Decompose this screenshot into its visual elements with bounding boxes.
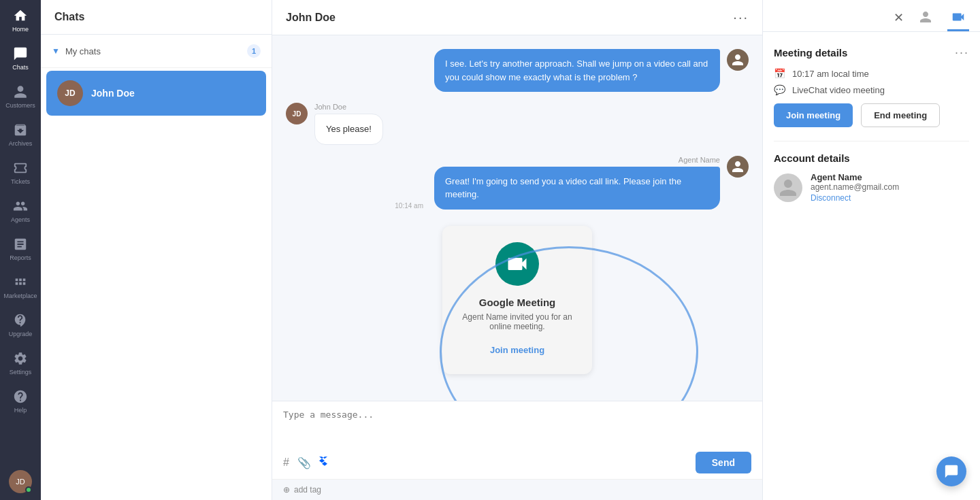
calendar-icon: 📅 (774, 68, 785, 79)
chats-panel: Chats ▼ My chats 1 JD John Doe (41, 0, 272, 500)
join-meeting-button[interactable]: Join meeting (774, 103, 853, 127)
meeting-section-header: Meeting details ··· (774, 46, 969, 60)
tab-person-icon[interactable] (915, 10, 936, 31)
dropbox-icon[interactable] (319, 456, 330, 469)
message-bubble-1: I see. Let's try another approach. Shall… (434, 49, 720, 92)
tab-video-icon[interactable] (947, 10, 969, 31)
chat-support-bubble[interactable] (936, 456, 966, 486)
meet-card: Google Meeting Agent Name invited you fo… (442, 226, 592, 374)
chat-header: John Doe ··· (272, 0, 762, 35)
toolbar-icons: # 📎 (283, 456, 330, 469)
sidebar-label-tickets: Tickets (11, 178, 30, 185)
meeting-details-section: Meeting details ··· 📅 10:17 am local tim… (774, 46, 969, 127)
account-agent-avatar (774, 173, 802, 202)
sidebar-label-marketplace: Marketplace (3, 293, 37, 299)
sidebar-item-reports[interactable]: Reports (0, 229, 41, 267)
message-bubble-3: Great! I'm going to send you a video cal… (434, 167, 720, 210)
account-info: Agent Name agent.name@gmail.com Disconne… (811, 172, 899, 203)
account-section-title: Account details (774, 152, 850, 164)
user-avatar-msg: JD (286, 103, 308, 124)
add-tag-row[interactable]: ⊕ add tag (272, 479, 762, 500)
account-section-header: Account details (774, 152, 969, 164)
right-panel: ✕ Meeting details ··· 📅 10:17 am local t… (762, 0, 980, 500)
meeting-type: LiveChat video meeting (792, 85, 885, 95)
right-panel-tabs: ✕ (763, 0, 980, 32)
chat-header-more-button[interactable]: ··· (733, 10, 749, 25)
arrow-icon: ▼ (52, 46, 60, 56)
meeting-time: 10:17 am local time (792, 69, 869, 79)
meeting-actions: Join meeting End meeting (774, 103, 969, 127)
user-msg-label: John Doe (314, 103, 346, 111)
chat-input-area: # 📎 Send (272, 401, 762, 479)
chat-avatar-jd: JD (57, 80, 83, 106)
message-row-2: JD John Doe Yes please! (286, 103, 749, 145)
account-agent-name: Agent Name (811, 172, 899, 182)
sidebar-label-upgrade: Upgrade (9, 331, 33, 337)
right-panel-body: Meeting details ··· 📅 10:17 am local tim… (763, 32, 980, 500)
my-chats-label: My chats (65, 46, 101, 56)
sidebar-label-archives: Archives (9, 140, 33, 147)
chats-panel-title: Chats (41, 0, 272, 35)
account-row: Agent Name agent.name@gmail.com Disconne… (774, 172, 969, 203)
my-chats-row[interactable]: ▼ My chats 1 (41, 35, 272, 68)
sidebar-item-chats[interactable]: Chats (0, 38, 41, 76)
sidebar-item-settings[interactable]: Settings (0, 343, 41, 381)
agent-msg-label-2: Agent Name (679, 156, 720, 164)
chat-input-toolbar: # 📎 Send (283, 446, 751, 473)
close-panel-button[interactable]: ✕ (894, 10, 904, 31)
meet-card-title: Google Meeting (479, 297, 556, 308)
sidebar-label-customers: Customers (5, 102, 35, 109)
sidebar-item-customers[interactable]: Customers (0, 76, 41, 114)
add-tag-label: add tag (294, 485, 321, 495)
hashtag-icon[interactable]: # (283, 456, 289, 469)
sidebar-item-upgrade[interactable]: Upgrade (0, 305, 41, 343)
sidebar-item-marketplace[interactable]: Marketplace (0, 267, 41, 305)
end-meeting-button[interactable]: End meeting (861, 103, 940, 127)
sidebar-item-agents[interactable]: Agents (0, 190, 41, 229)
message-row-3: Agent Name 10:14 am Great! I'm going to … (286, 156, 749, 210)
sidebar-item-tickets[interactable]: Tickets (0, 152, 41, 190)
attachment-icon[interactable]: 📎 (297, 456, 311, 469)
account-details-section: Account details Agent Name agent.name@gm… (774, 141, 969, 203)
meeting-section-title: Meeting details (774, 47, 847, 59)
sidebar-label-reports: Reports (10, 254, 31, 261)
message-bubble-2: Yes please! (314, 114, 383, 145)
sidebar-label-home: Home (12, 26, 29, 33)
sidebar-label-agents: Agents (11, 216, 30, 223)
sidebar-item-archives[interactable]: Archives (0, 114, 41, 152)
meeting-section-more-button[interactable]: ··· (955, 46, 969, 60)
sidebar-item-home[interactable]: Home (0, 0, 41, 38)
agent-avatar-1 (727, 49, 749, 71)
sidebar-item-help[interactable]: Help (0, 381, 41, 419)
add-icon: ⊕ (283, 485, 290, 495)
chat-header-title: John Doe (286, 12, 336, 24)
main-chat: John Doe ··· I see. Let's try another ap… (272, 0, 762, 500)
messages-area: I see. Let's try another approach. Shall… (272, 35, 762, 401)
meet-card-subtitle: Agent Name invited you for an online mee… (459, 312, 576, 331)
msg-time-2: 10:14 am (395, 202, 423, 210)
video-call-icon: 💬 (774, 84, 785, 95)
meet-icon (495, 242, 539, 286)
chat-list-item-john-doe[interactable]: JD John Doe (46, 71, 266, 116)
my-chats-count: 1 (247, 44, 261, 58)
meeting-type-row: 💬 LiveChat video meeting (774, 84, 969, 95)
meet-card-container: Google Meeting Agent Name invited you fo… (286, 226, 749, 374)
chat-name: John Doe (91, 88, 135, 99)
status-indicator (25, 486, 32, 493)
meeting-time-row: 📅 10:17 am local time (774, 68, 969, 79)
sidebar-label-help: Help (14, 407, 27, 414)
sidebar: Home Chats Customers Archives Tickets Ag… (0, 0, 41, 500)
meet-card-join-button[interactable]: Join meeting (490, 342, 544, 358)
account-agent-email: agent.name@gmail.com (811, 182, 899, 192)
message-input[interactable] (283, 410, 751, 444)
send-button[interactable]: Send (696, 452, 751, 473)
message-row-1: I see. Let's try another approach. Shall… (286, 49, 749, 92)
sidebar-label-chats: Chats (12, 64, 29, 71)
disconnect-button[interactable]: Disconnect (811, 193, 899, 203)
sidebar-label-settings: Settings (10, 369, 32, 376)
user-avatar[interactable]: JD (9, 470, 32, 493)
agent-avatar-2 (727, 156, 749, 178)
